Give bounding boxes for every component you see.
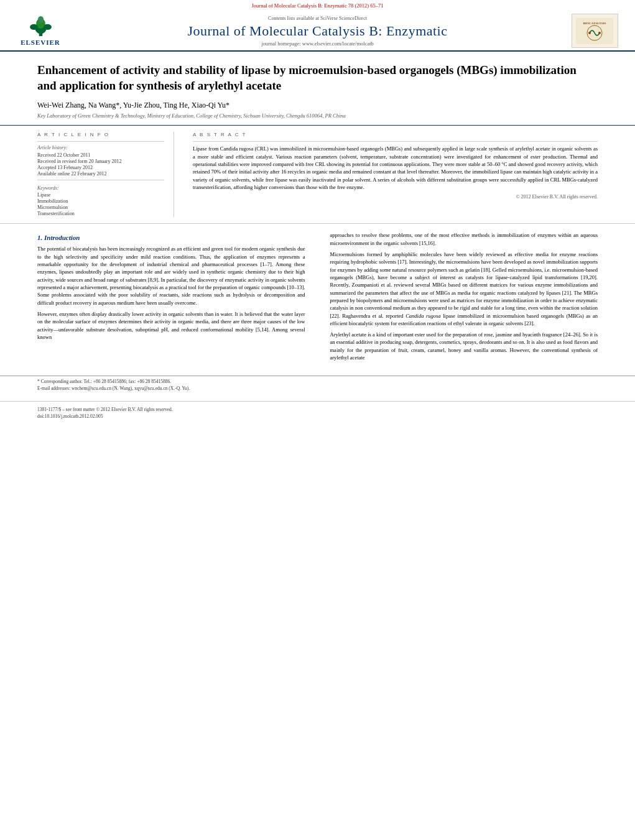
abstract-divider bbox=[193, 141, 598, 142]
sciverse-line: Contents lists available at SciVerse Sci… bbox=[81, 16, 554, 21]
journal-main-title: Journal of Molecular Catalysis B: Enzyma… bbox=[81, 23, 554, 39]
accepted-date: Accepted 13 February 2012 bbox=[37, 165, 164, 170]
elsevier-logo: ELSEVIER bbox=[12, 14, 68, 48]
keywords-section: Keywords: Lipase Immobilization Microemu… bbox=[37, 185, 164, 216]
keyword-2: Immobilization bbox=[37, 198, 164, 204]
svg-point-5 bbox=[44, 24, 52, 30]
elsevier-tree-icon bbox=[24, 16, 58, 37]
section1-para4: Microemulsions formed by amphiphilic mol… bbox=[330, 251, 598, 327]
info-divider bbox=[37, 141, 164, 142]
available-online-date: Available online 22 February 2012 bbox=[37, 171, 164, 177]
article-affiliation: Key Laboratory of Green Chemistry & Tech… bbox=[37, 113, 598, 119]
article-title-section: Enhancement of activity and stability of… bbox=[0, 52, 635, 126]
keyword-1: Lipase bbox=[37, 192, 164, 198]
abstract-text: Lipase from Candida rugosa (CRL) was imm… bbox=[193, 145, 598, 191]
svg-text:BIOCATALYSIS: BIOCATALYSIS bbox=[583, 22, 606, 25]
svg-point-9 bbox=[588, 32, 591, 34]
abstract-column: A B S T R A C T Lipase from Candida rugo… bbox=[187, 132, 598, 217]
keyword-4: Transesterification bbox=[37, 211, 164, 216]
footnote-section: * Corresponding author. Tel.: +86 28 854… bbox=[0, 376, 635, 395]
biocatalysis-badge: BIOCATALYSIS bbox=[572, 14, 618, 48]
article-info-column: A R T I C L E I N F O Article history: R… bbox=[37, 132, 174, 217]
journal-title-block: Contents lists available at SciVerse Sci… bbox=[68, 16, 567, 47]
section1-para1: The potential of biocatalysis has been i… bbox=[37, 245, 305, 307]
article-info-abstract-section: A R T I C L E I N F O Article history: R… bbox=[0, 126, 635, 224]
biocatalysis-logo: BIOCATALYSIS bbox=[567, 14, 623, 48]
body-right-column: approaches to resolve these problems, on… bbox=[324, 231, 598, 365]
article-authors: Wei-Wei Zhang, Na Wang*, Yu-Jie Zhou, Ti… bbox=[37, 101, 598, 110]
section1-para2: However, enzymes often display drastical… bbox=[37, 310, 305, 341]
body-left-column: 1. Introduction The potential of biocata… bbox=[37, 231, 312, 365]
journal-homepage: journal homepage: www.elsevier.com/locat… bbox=[81, 40, 554, 47]
svg-point-4 bbox=[30, 24, 38, 30]
abstract-copyright: © 2012 Elsevier B.V. All rights reserved… bbox=[193, 194, 598, 200]
abstract-label: A B S T R A C T bbox=[193, 132, 598, 137]
body-two-col-section: 1. Introduction The potential of biocata… bbox=[0, 224, 635, 372]
journal-header: ELSEVIER Contents lists available at Sci… bbox=[0, 10, 635, 52]
biocatalysis-icon: BIOCATALYSIS bbox=[576, 18, 613, 44]
keywords-label: Keywords: bbox=[37, 185, 164, 191]
footer-issn: 1381-1177/$ – see front matter © 2012 El… bbox=[37, 407, 598, 412]
corresponding-note: * Corresponding author. Tel.: +86 28 854… bbox=[37, 379, 598, 384]
received-revised-date: Received in revised form 20 January 2012 bbox=[37, 159, 164, 164]
svg-point-3 bbox=[37, 16, 43, 23]
page-footer: 1381-1177/$ – see front matter © 2012 El… bbox=[0, 401, 635, 422]
article-info-label: A R T I C L E I N F O bbox=[37, 132, 164, 137]
svg-point-10 bbox=[598, 32, 601, 34]
email-note: E-mail addresses: wnchem@scu.edu.cn (N. … bbox=[37, 385, 598, 391]
section1-title: 1. Introduction bbox=[37, 234, 305, 241]
footer-doi: doi:10.1016/j.molcatb.2012.02.005 bbox=[37, 413, 598, 419]
history-label: Article history: bbox=[37, 145, 164, 150]
keyword-3: Microemulsion bbox=[37, 205, 164, 210]
info-divider-2 bbox=[37, 180, 164, 180]
article-title: Enhancement of activity and stability of… bbox=[37, 63, 598, 93]
elsevier-label: ELSEVIER bbox=[21, 39, 60, 46]
section1-para5: Arylethyl acetate is a kind of important… bbox=[330, 331, 598, 361]
received-date: Received 22 October 2011 bbox=[37, 152, 164, 158]
section1-para3: approaches to resolve these problems, on… bbox=[330, 231, 598, 247]
journal-reference-text: Journal of Molecular Catalysis B: Enzyma… bbox=[252, 2, 384, 9]
journal-reference-bar: Journal of Molecular Catalysis B: Enzyma… bbox=[0, 0, 635, 10]
